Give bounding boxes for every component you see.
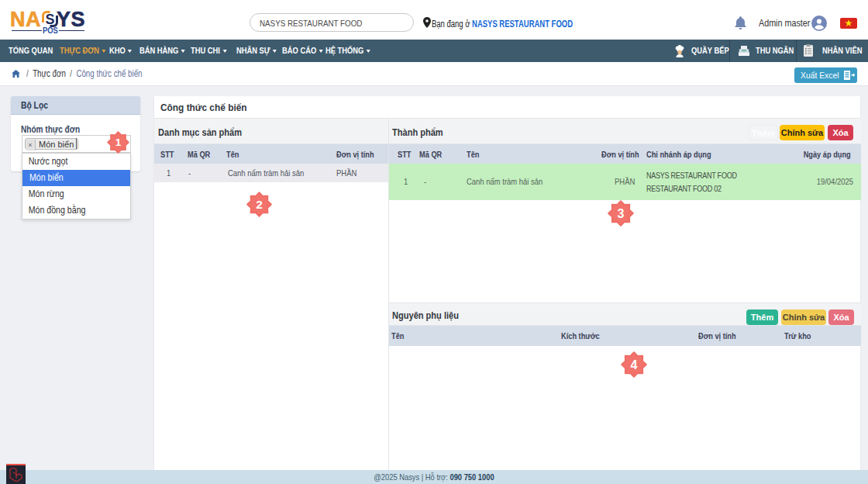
svg-text:S: S — [45, 12, 54, 27]
svg-text:4: 4 — [631, 358, 638, 372]
svg-text:3: 3 — [618, 207, 625, 220]
svg-text:2: 2 — [256, 198, 263, 211]
svg-text:1: 1 — [115, 137, 122, 148]
